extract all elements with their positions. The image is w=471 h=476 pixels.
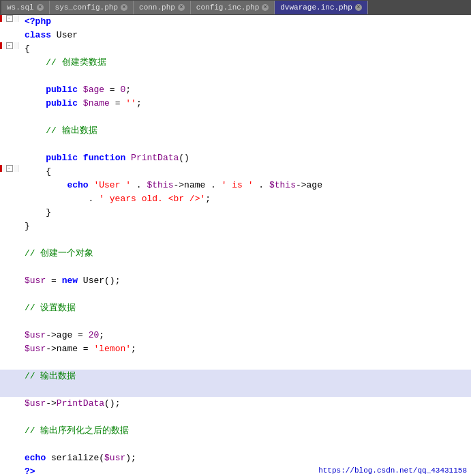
line-content: public function PrintData() bbox=[19, 151, 189, 165]
code-line bbox=[0, 315, 471, 329]
tab-label: conn.php bbox=[139, 3, 175, 12]
collapse-marker[interactable]: - bbox=[6, 15, 13, 22]
status-url: https://blog.csdn.net/qq_43431158 bbox=[318, 466, 467, 475]
code-line: -{ bbox=[0, 42, 471, 56]
line-content: $usr->name = 'lemon'; bbox=[19, 342, 136, 356]
code-lines: -<?phpclass User-{ // 创建类数据 public $age … bbox=[0, 15, 471, 476]
tab-close-sys-config[interactable]: × bbox=[121, 4, 127, 11]
tab-dvwarage[interactable]: dvwarage.inc.php × bbox=[275, 1, 368, 14]
line-content: { bbox=[19, 42, 30, 56]
line-content: echo 'User ' . $this->name . ' is ' . $t… bbox=[19, 179, 322, 192]
line-content: ?> bbox=[19, 465, 35, 476]
tab-close-config-inc[interactable]: × bbox=[262, 4, 269, 11]
line-gutter-1[interactable]: - bbox=[0, 15, 19, 22]
tab-ws-sql[interactable]: ws.sql × bbox=[1, 1, 50, 14]
line-content: { bbox=[19, 165, 51, 179]
line-content: // 创建一个对象 bbox=[19, 247, 93, 261]
line-content: $usr->PrintData(); bbox=[19, 397, 120, 411]
code-line bbox=[0, 110, 471, 124]
red-line-marker bbox=[0, 42, 2, 49]
code-line: echo serialize($usr); bbox=[0, 451, 471, 465]
tab-label: dvwarage.inc.php bbox=[280, 3, 352, 12]
code-line: // 输出数据 bbox=[0, 124, 471, 138]
tab-label: sys_config.php bbox=[55, 3, 118, 12]
code-line: $usr->name = 'lemon'; bbox=[0, 342, 471, 356]
code-line: $usr->PrintData(); bbox=[0, 397, 471, 411]
line-content: echo serialize($usr); bbox=[19, 451, 136, 465]
code-line: } bbox=[0, 206, 471, 220]
tab-close-conn[interactable]: × bbox=[178, 4, 185, 11]
line-content: // 输出序列化之后的数据 bbox=[19, 424, 129, 438]
red-line-marker bbox=[0, 15, 2, 22]
code-editor: -<?phpclass User-{ // 创建类数据 public $age … bbox=[0, 15, 471, 476]
tab-label: config.inc.php bbox=[196, 3, 259, 12]
code-line: public $age = 0; bbox=[0, 83, 471, 97]
line-content: // 创建类数据 bbox=[19, 56, 106, 70]
tab-close-ws-sql[interactable]: × bbox=[37, 4, 44, 11]
line-content: // 输出数据 bbox=[19, 370, 76, 383]
collapse-marker[interactable]: - bbox=[6, 165, 13, 172]
tab-label: ws.sql bbox=[7, 3, 34, 12]
code-line bbox=[0, 233, 471, 247]
code-line: // 设置数据 bbox=[0, 301, 471, 315]
code-line: public $name = ''; bbox=[0, 97, 471, 110]
line-gutter-3[interactable]: - bbox=[0, 42, 19, 49]
code-line: . ' years old. <br />'; bbox=[0, 192, 471, 206]
line-content: // 输出数据 bbox=[19, 124, 97, 138]
code-line: // 输出序列化之后的数据 bbox=[0, 424, 471, 438]
tab-config-inc[interactable]: config.inc.php × bbox=[191, 1, 275, 14]
code-line: -<?php bbox=[0, 15, 471, 29]
collapse-marker[interactable]: - bbox=[6, 42, 13, 49]
code-line: class User bbox=[0, 29, 471, 42]
code-line bbox=[0, 383, 471, 397]
code-line: // 创建类数据 bbox=[0, 56, 471, 70]
line-content: } bbox=[19, 220, 30, 233]
code-line bbox=[0, 70, 471, 83]
code-line: public function PrintData() bbox=[0, 151, 471, 165]
code-line bbox=[0, 411, 471, 424]
line-content: <?php bbox=[19, 15, 51, 29]
code-line: $usr = new User(); bbox=[0, 274, 471, 288]
code-line: - { bbox=[0, 165, 471, 179]
tab-conn[interactable]: conn.php × bbox=[134, 1, 191, 14]
tab-bar: ws.sql × sys_config.php × conn.php × con… bbox=[0, 0, 471, 15]
line-content: } bbox=[19, 206, 51, 220]
line-content: // 设置数据 bbox=[19, 301, 76, 315]
tab-sys-config[interactable]: sys_config.php × bbox=[50, 1, 134, 14]
status-bar: https://blog.csdn.net/qq_43431158 bbox=[314, 465, 471, 476]
line-content: . ' years old. <br />'; bbox=[19, 192, 211, 206]
line-gutter-12[interactable]: - bbox=[0, 165, 19, 172]
code-content-area[interactable]: -<?phpclass User-{ // 创建类数据 public $age … bbox=[0, 15, 471, 476]
code-line: // 输出数据 bbox=[0, 370, 471, 383]
code-line: $usr->age = 20; bbox=[0, 329, 471, 342]
code-line bbox=[0, 288, 471, 301]
tab-close-dvwarage[interactable]: × bbox=[355, 4, 362, 11]
line-content: class User bbox=[19, 29, 78, 42]
code-line: echo 'User ' . $this->name . ' is ' . $t… bbox=[0, 179, 471, 192]
code-line: } bbox=[0, 220, 471, 233]
red-line-marker bbox=[0, 165, 2, 172]
code-line bbox=[0, 356, 471, 370]
line-content: public $name = ''; bbox=[19, 97, 142, 110]
code-line: // 创建一个对象 bbox=[0, 247, 471, 261]
code-line bbox=[0, 438, 471, 451]
line-content: public $age = 0; bbox=[19, 83, 131, 97]
line-content: $usr = new User(); bbox=[19, 274, 120, 288]
line-content: $usr->age = 20; bbox=[19, 329, 104, 342]
code-line bbox=[0, 138, 471, 151]
code-line bbox=[0, 261, 471, 274]
